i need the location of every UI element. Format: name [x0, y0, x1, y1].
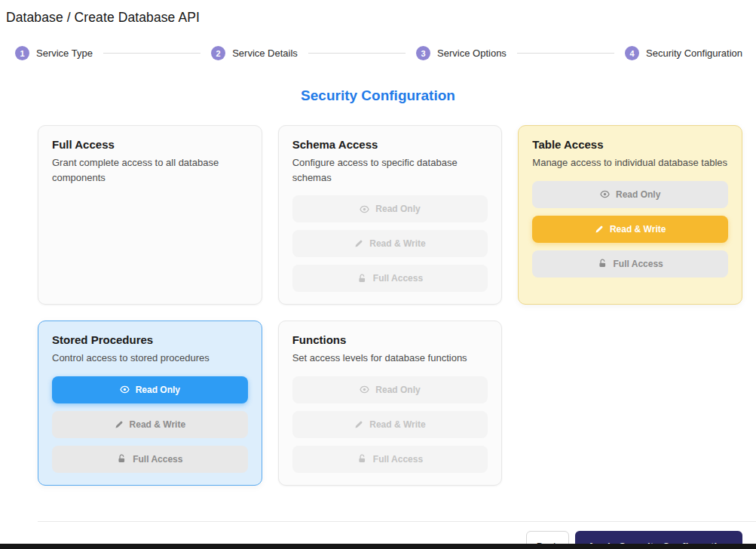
access-options: Read Only Read & Write Full Access: [52, 376, 248, 473]
card-description: Grant complete access to all database co…: [52, 155, 248, 185]
option-label: Read Only: [616, 189, 660, 200]
card-stored-procedures: Stored Procedures Control access to stor…: [38, 321, 262, 486]
table-read-write-button[interactable]: Read & Write: [532, 216, 728, 243]
access-cards-grid: Full Access Grant complete access to all…: [38, 125, 742, 486]
screen-edge-bar: [0, 544, 756, 549]
stepper: 1 Service Type 2 Service Details 3 Servi…: [0, 46, 756, 60]
card-description: Control access to stored procedures: [52, 351, 248, 366]
card-table-access: Table Access Manage access to individual…: [518, 125, 742, 305]
procedures-full-access-button[interactable]: Full Access: [52, 446, 248, 473]
footer-divider: [38, 521, 756, 522]
option-label: Full Access: [614, 259, 663, 269]
card-title: Stored Procedures: [52, 333, 248, 346]
unlock-icon: [598, 259, 608, 268]
table-read-only-button[interactable]: Read Only: [532, 181, 728, 208]
step-service-details[interactable]: 2 Service Details: [211, 46, 298, 60]
step-service-type[interactable]: 1 Service Type: [15, 46, 93, 60]
pencil-icon: [354, 420, 363, 429]
step-2-label: Service Details: [232, 48, 298, 59]
table-full-access-button[interactable]: Full Access: [532, 250, 728, 278]
functions-read-write-button[interactable]: Read & Write: [292, 411, 488, 438]
card-functions: Functions Set access levels for database…: [278, 321, 503, 486]
eye-icon: [360, 385, 369, 394]
eye-icon: [600, 189, 610, 199]
step-4-badge: 4: [625, 46, 639, 60]
wizard-page: Database / Create Database API 1 Service…: [0, 0, 756, 549]
pencil-icon: [595, 225, 604, 234]
procedures-read-only-button[interactable]: Read Only: [52, 376, 248, 403]
step-security-configuration[interactable]: 4 Security Configuration: [625, 46, 742, 60]
step-connector: [308, 53, 406, 54]
option-label: Read Only: [136, 385, 180, 395]
schema-read-write-button[interactable]: Read & Write: [292, 230, 488, 257]
card-title: Functions: [292, 333, 488, 346]
step-3-label: Service Options: [437, 48, 507, 59]
pencil-icon: [354, 239, 363, 248]
access-options: Read Only Read & Write Full Access: [292, 195, 488, 292]
schema-read-only-button[interactable]: Read Only: [292, 195, 488, 222]
option-label: Read Only: [375, 385, 420, 395]
card-title: Schema Access: [292, 138, 488, 151]
option-label: Read & Write: [369, 419, 425, 430]
unlock-icon: [117, 454, 127, 464]
card-description: Configure access to specific database sc…: [292, 155, 488, 185]
unlock-icon: [357, 274, 367, 284]
step-connector: [517, 53, 614, 54]
unlock-icon: [357, 454, 367, 464]
step-service-options[interactable]: 3 Service Options: [416, 46, 507, 60]
functions-read-only-button[interactable]: Read Only: [292, 376, 488, 403]
page-title: Database / Create Database API: [0, 0, 756, 26]
option-label: Read & Write: [610, 224, 666, 235]
step-4-label: Security Configuration: [646, 48, 742, 59]
option-label: Full Access: [373, 454, 423, 465]
step-1-label: Service Type: [36, 48, 93, 59]
card-title: Table Access: [532, 138, 728, 151]
step-1-badge: 1: [15, 46, 29, 60]
access-options: Read Only Read & Write Full Access: [292, 376, 488, 473]
pencil-icon: [115, 420, 124, 429]
card-full-access[interactable]: Full Access Grant complete access to all…: [38, 125, 262, 305]
functions-full-access-button[interactable]: Full Access: [292, 446, 488, 473]
step-connector: [103, 53, 200, 54]
procedures-read-write-button[interactable]: Read & Write: [52, 411, 248, 438]
option-label: Read & Write: [130, 419, 185, 430]
step-2-badge: 2: [211, 46, 225, 60]
eye-icon: [120, 385, 130, 394]
option-label: Full Access: [133, 454, 182, 465]
card-description: Manage access to individual database tab…: [532, 155, 728, 170]
card-schema-access: Schema Access Configure access to specif…: [278, 125, 503, 305]
access-options: Read Only Read & Write Full Access: [532, 181, 728, 278]
schema-full-access-button[interactable]: Full Access: [292, 265, 488, 292]
option-label: Read Only: [375, 204, 420, 214]
eye-icon: [360, 204, 369, 214]
option-label: Read & Write: [369, 238, 425, 249]
card-description: Set access levels for database functions: [292, 351, 488, 366]
step-3-badge: 3: [416, 46, 430, 60]
card-title: Full Access: [52, 138, 248, 151]
section-heading: Security Configuration: [0, 87, 756, 104]
option-label: Full Access: [373, 273, 423, 284]
